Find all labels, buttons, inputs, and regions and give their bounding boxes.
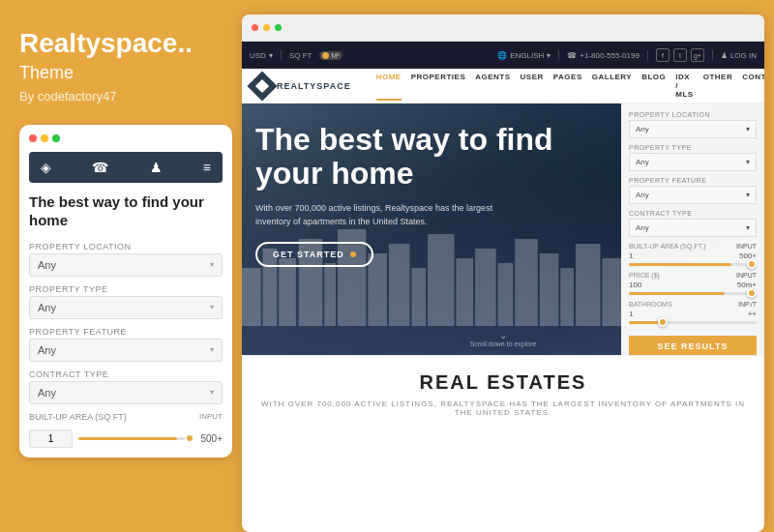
toggle-unit[interactable]: M² [319,51,342,60]
get-started-button[interactable]: GET STARTED [255,242,373,267]
mobile-area-inputs: 1 500+ [29,429,223,448]
price-slider-thumb[interactable] [747,288,757,298]
chevron-down-icon-2: ▾ [210,303,214,311]
nav-item-home[interactable]: HOME [376,71,402,101]
nav-item-pages[interactable]: PAGES [553,71,582,101]
search-contract-value: Any [636,223,649,232]
logo-diamond [247,71,277,101]
user-icon: ♟ [721,51,728,60]
svg-rect-12 [498,263,514,326]
search-select-type[interactable]: Any ▾ [629,153,757,171]
facebook-icon[interactable]: f [656,48,670,62]
mobile-user-icon: ♟ [150,160,163,175]
area-slider-fill [629,263,731,266]
svg-rect-15 [560,268,574,326]
scroll-text: Scroll down to explore [470,340,537,347]
google-plus-icon[interactable]: g+ [691,48,704,62]
area-values: 1 500+ [629,251,757,260]
svg-rect-2 [279,258,296,326]
svg-rect-8 [411,268,426,326]
price-slider-header: PRICE ($) INPUT [629,272,757,279]
svg-rect-4 [324,263,336,326]
price-input-label: INPUT [736,272,757,279]
topbar-currency[interactable]: USD ▾ [250,51,273,60]
cta-label: GET STARTED [273,250,344,259]
cta-dot-icon [350,251,356,257]
nav-item-gallery[interactable]: GALLERY [592,71,632,101]
chevron-icon-lang: ▾ [547,51,551,60]
svg-rect-10 [456,258,473,326]
topbar-language[interactable]: 🌐 ENGLISH ▾ [497,51,551,60]
nav-item-agents[interactable]: AGENTS [475,71,510,101]
bottom-title: REAL ESTATES [257,371,749,394]
hero-section: The best way to find your home With over… [242,103,764,355]
logo-diamond-container [252,75,273,97]
language-label: ENGLISH [510,51,544,60]
price-min-val: 100 [629,281,641,289]
area-slider-track[interactable] [629,263,757,266]
svg-rect-0 [242,268,261,326]
nav-item-idx[interactable]: IDX / MLS [675,71,693,101]
site-logo[interactable]: REALTYSPACE [252,75,353,97]
browser-dot-maximize[interactable] [275,24,282,31]
svg-rect-17 [602,258,621,326]
phone-number: +1-800-555-0199 [580,51,640,60]
mobile-hero-heading: The best way to find your home [29,192,223,230]
nav-item-user[interactable]: USER [521,71,544,101]
topbar-login[interactable]: ♟ LOG IN [721,51,757,60]
hero-description: With over 700,000 active listings, Realt… [255,202,507,228]
dot-red [29,134,37,142]
price-slider-track[interactable] [629,292,757,295]
area-slider-thumb[interactable] [747,259,757,269]
mobile-select-feature[interactable]: Any ▾ [29,339,223,362]
mobile-phone-icon: ☎ [92,160,108,175]
search-select-contract[interactable]: Any ▾ [629,219,757,237]
mobile-nav-bar: ◈ ☎ ♟ ≡ [29,152,223,183]
mobile-area-input-label: INPUT [199,412,223,421]
nav-item-contact[interactable]: CONTACT [742,71,764,101]
topbar-divider-1 [281,50,282,60]
browser-dot-close[interactable] [252,24,258,31]
search-select-feature[interactable]: Any ▾ [629,186,757,204]
chevron-down-icon-6: ▾ [746,158,750,166]
mobile-field-location: PROPERTY LOCATION Any ▾ [29,242,223,277]
baths-slider-thumb[interactable] [658,317,668,327]
search-field-type: PROPERTY TYPE Any ▾ [629,144,757,171]
mobile-slider-fill [78,437,177,440]
baths-input-label: INP./T [738,301,757,308]
logo-text: REALTYSPACE [277,81,351,91]
search-select-location[interactable]: Any ▾ [629,120,757,138]
mobile-select-contract[interactable]: Any ▾ [29,381,223,404]
social-icons-group: f t g+ [656,48,704,62]
mobile-field-feature: PROPERTY FEATURE Any ▾ [29,327,223,362]
topbar-unit[interactable]: SQ FT [289,51,313,60]
theme-title: Realtyspace.. [19,29,218,59]
baths-label: BATHROOMS [629,301,672,308]
mobile-field-type: PROPERTY TYPE Any ▾ [29,284,223,319]
search-field-contract: CONTRACT TYPE Any ▾ [629,210,757,237]
search-field-feature: PROPERTY FEATURE Any ▾ [629,177,757,204]
browser-dot-minimize[interactable] [263,24,270,31]
nav-item-properties[interactable]: PROPERTIES [411,71,466,101]
logo-inner [255,78,269,92]
toggle-indicator [322,52,329,59]
topbar-phone[interactable]: ☎ +1-800-555-0199 [567,51,640,60]
search-area-field: BUILT-UP AREA (SQ.FT.) INPUT 1 500+ [629,243,757,266]
baths-slider-track[interactable] [629,321,757,324]
mobile-area-slider[interactable] [78,437,194,440]
mobile-select-type[interactable]: Any ▾ [29,296,223,319]
baths-values: 1 ++ [629,310,757,318]
dot-yellow [41,134,48,142]
mobile-menu-icon[interactable]: ≡ [203,160,211,175]
nav-item-blog[interactable]: BLOG [641,71,666,101]
mobile-slider-thumb[interactable] [185,433,194,443]
bottom-description: WITH OVER 700,000 ACTIVE LISTINGS, REALT… [257,399,749,417]
twitter-icon[interactable]: t [673,48,687,62]
nav-item-other[interactable]: OTHER [703,71,733,101]
mobile-select-location[interactable]: Any ▾ [29,253,223,277]
search-location-value: Any [636,125,649,133]
mobile-area-min[interactable]: 1 [29,429,73,448]
dot-green [52,134,60,142]
price-values: 100 50m+ [629,281,757,289]
see-results-button[interactable]: SEE RESULTS [629,336,757,355]
